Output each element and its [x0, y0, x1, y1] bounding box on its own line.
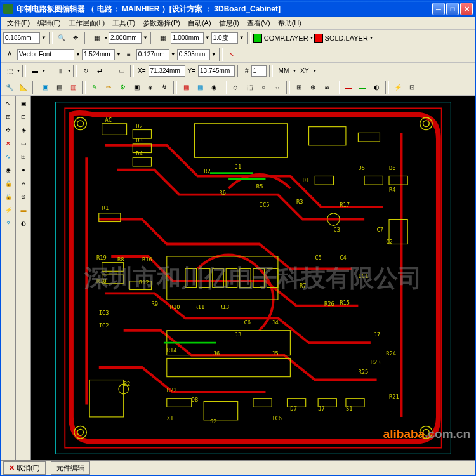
t4-22[interactable]: ▬: [342, 81, 355, 94]
t4-19[interactable]: ⊞: [293, 81, 305, 94]
sb2-9[interactable]: ▬: [17, 204, 30, 216]
menu-tools[interactable]: 工具(T): [109, 17, 139, 29]
menu-params[interactable]: 参数选择(P): [139, 17, 184, 29]
grid2-input[interactable]: [171, 32, 204, 44]
t4-26[interactable]: ⊡: [406, 81, 418, 94]
t4-5[interactable]: ▥: [67, 81, 79, 94]
y-coord[interactable]: [198, 65, 235, 77]
t4-1[interactable]: 🔧: [3, 81, 16, 94]
sold-layer-select[interactable]: SOLD.LAYER ▾: [314, 34, 373, 43]
sb-move[interactable]: ✣: [2, 124, 15, 136]
cursor-icon[interactable]: ↖: [225, 48, 238, 61]
comp-layer-select[interactable]: COMP.LAYER ▾: [253, 34, 313, 43]
grid1-input[interactable]: [109, 32, 142, 44]
num-label: #: [244, 67, 250, 74]
component-edit-button[interactable]: 元件编辑: [51, 461, 90, 475]
t4-9[interactable]: ▣: [130, 81, 143, 94]
t4-14[interactable]: ◉: [208, 81, 220, 94]
fontsize1-input[interactable]: [82, 49, 115, 60]
cancel-button[interactable]: ✕ 取消(E): [3, 461, 46, 475]
fontsize3-input[interactable]: [177, 49, 210, 60]
pan-icon[interactable]: ✥: [69, 32, 82, 44]
num-input[interactable]: [251, 65, 267, 77]
t4-11[interactable]: ↯: [158, 81, 171, 94]
sidebar-left-2: ▣ ⊡ ◈ ▭ ⊞ ● A ⊕ ▬ ◐: [16, 96, 31, 460]
menu-file[interactable]: 文件(F): [3, 17, 34, 29]
menu-view[interactable]: 查看(V): [243, 17, 274, 29]
svg-text:J7: J7: [318, 406, 325, 412]
svg-text:R8: R8: [117, 256, 124, 263]
sold-layer-color: [314, 34, 323, 43]
sb-lock[interactable]: 🔒: [2, 177, 15, 190]
zoom-icon[interactable]: 🔍: [55, 32, 68, 44]
angle-input[interactable]: [211, 32, 238, 44]
sb-net[interactable]: ⚡: [2, 204, 15, 216]
trace-width-input[interactable]: [3, 32, 40, 44]
thickness-icon[interactable]: ≡: [122, 48, 135, 61]
sb2-1[interactable]: ▣: [17, 97, 30, 110]
grid2-icon[interactable]: ▦: [157, 32, 169, 44]
t4-23[interactable]: ▬: [356, 81, 369, 94]
t4-13[interactable]: ▦: [194, 81, 206, 94]
t4-25[interactable]: ⚡: [392, 81, 404, 94]
maximize-button[interactable]: □: [446, 3, 459, 15]
sb-route[interactable]: ∿: [2, 150, 15, 163]
svg-text:D8: D8: [192, 397, 199, 403]
close-button[interactable]: ✕: [460, 3, 473, 15]
svg-point-9: [423, 429, 430, 435]
t4-18[interactable]: ↔: [271, 81, 284, 94]
t4-6[interactable]: ✎: [88, 81, 101, 94]
sb-select[interactable]: ↖: [2, 97, 15, 110]
t4-15[interactable]: ◇: [229, 81, 242, 94]
text-tool-icon[interactable]: A: [3, 48, 16, 61]
svg-text:R13: R13: [219, 304, 229, 310]
sb2-2[interactable]: ⊡: [17, 110, 30, 123]
align-icon[interactable]: ▬: [29, 65, 41, 77]
sb-via[interactable]: ◉: [2, 164, 15, 176]
t4-12[interactable]: ▦: [180, 81, 192, 94]
sb-unlock[interactable]: 🔓: [2, 190, 15, 203]
t4-4[interactable]: ▤: [53, 81, 65, 94]
xy-toggle[interactable]: XY: [297, 65, 312, 77]
menu-help[interactable]: 帮助(H): [274, 17, 305, 29]
tool-a-icon[interactable]: ⬚: [3, 65, 16, 77]
unit-toggle[interactable]: MM: [275, 65, 293, 77]
menu-info[interactable]: 信息(I): [215, 17, 243, 29]
tool-b-icon[interactable]: ▭: [115, 65, 128, 77]
sb-delete[interactable]: ✕: [2, 137, 15, 150]
t4-16[interactable]: ⬚: [243, 81, 256, 94]
sb2-3[interactable]: ◈: [17, 124, 30, 136]
sb2-7[interactable]: A: [17, 177, 30, 190]
t4-3[interactable]: ▣: [39, 81, 51, 94]
grid-icon[interactable]: ▦: [91, 32, 103, 44]
sb2-8[interactable]: ⊕: [17, 190, 30, 203]
sb-info[interactable]: ?: [2, 217, 15, 230]
t4-17[interactable]: ○: [257, 81, 270, 94]
t4-10[interactable]: ◈: [144, 81, 157, 94]
rotate-icon[interactable]: ↻: [79, 65, 92, 77]
menu-edit[interactable]: 编辑(E): [34, 17, 65, 29]
sb-component[interactable]: ⊞: [2, 110, 15, 123]
x-coord[interactable]: [149, 65, 185, 77]
distribute-icon[interactable]: ⫴: [54, 65, 67, 77]
t4-8[interactable]: ⚙: [116, 81, 129, 94]
t4-24[interactable]: ◐: [370, 81, 383, 94]
t4-21[interactable]: ≋: [321, 81, 333, 94]
sb2-6[interactable]: ●: [17, 164, 30, 176]
font-input[interactable]: [17, 49, 74, 60]
t4-7[interactable]: ✏: [102, 81, 115, 94]
sb2-4[interactable]: ▭: [17, 137, 30, 150]
menu-layers[interactable]: 工作层面(L): [65, 17, 109, 29]
t4-20[interactable]: ⊕: [307, 81, 319, 94]
menu-auto[interactable]: 自动(A): [184, 17, 215, 29]
mirror-icon[interactable]: ⇄: [93, 65, 106, 77]
svg-text:R9: R9: [151, 301, 158, 307]
fontsize2-input[interactable]: [136, 49, 169, 60]
sb2-10[interactable]: ◐: [17, 217, 30, 230]
svg-rect-36: [204, 402, 238, 420]
svg-text:B2: B2: [124, 381, 131, 387]
t4-2[interactable]: 📐: [17, 81, 30, 94]
minimize-button[interactable]: ─: [432, 3, 445, 15]
pcb-canvas[interactable]: ACD2D3D4R2J1D1R5D5D6R4R6R1R3R17C3C7C2R19…: [31, 96, 475, 460]
sb2-5[interactable]: ⊞: [17, 150, 30, 163]
